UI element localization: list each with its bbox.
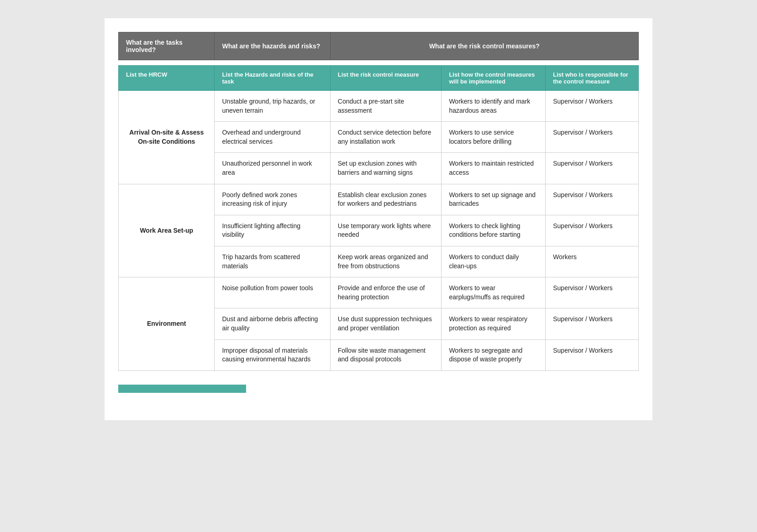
responsible-cell: Supervisor / Workers: [546, 277, 639, 308]
table-row: Arrival On-site & Assess On-site Conditi…: [119, 91, 639, 122]
implementation-cell: Workers to wear earplugs/muffs as requir…: [442, 277, 546, 308]
task-cell: Work Area Set-up: [119, 184, 215, 277]
responsible-cell: Supervisor / Workers: [546, 215, 639, 246]
table-row: EnvironmentNoise pollution from power to…: [119, 277, 639, 308]
control-cell: Conduct a pre-start site assessment: [330, 91, 442, 122]
top-header-hazards: What are the hazards and risks?: [215, 32, 330, 60]
hazard-cell: Improper disposal of materials causing e…: [215, 339, 330, 370]
hazard-cell: Noise pollution from power tools: [215, 277, 330, 308]
task-cell: Environment: [119, 277, 215, 371]
hazard-cell: Trip hazards from scattered materials: [215, 246, 330, 277]
implementation-cell: Workers to wear respiratory protection a…: [442, 308, 546, 339]
hazard-cell: Dust and airborne debris affecting air q…: [215, 308, 330, 339]
page-container: What are the tasks involved? What are th…: [105, 18, 652, 420]
sub-header-row: List the HRCW List the Hazards and risks…: [119, 66, 639, 91]
control-cell: Follow site waste management and disposa…: [330, 339, 442, 370]
sub-header-control-measure: List the risk control measure: [330, 66, 442, 91]
top-header-row: What are the tasks involved? What are th…: [119, 32, 639, 60]
sub-header-responsible: List who is responsible for the control …: [546, 66, 639, 91]
sub-header-implementation: List how the control measures will be im…: [442, 66, 546, 91]
risk-table: What are the tasks involved? What are th…: [118, 32, 639, 371]
hazard-cell: Overhead and underground electrical serv…: [215, 122, 330, 153]
control-cell: Conduct service detection before any ins…: [330, 122, 442, 153]
bottom-teal-bar: [118, 385, 246, 393]
implementation-cell: Workers to conduct daily clean-ups: [442, 246, 546, 277]
responsible-cell: Supervisor / Workers: [546, 91, 639, 122]
implementation-cell: Workers to segregate and dispose of wast…: [442, 339, 546, 370]
control-cell: Use temporary work lights where needed: [330, 215, 442, 246]
spacer-row: [119, 60, 639, 66]
control-cell: Use dust suppression techniques and prop…: [330, 308, 442, 339]
responsible-cell: Supervisor / Workers: [546, 122, 639, 153]
implementation-cell: Workers to maintain restricted access: [442, 153, 546, 184]
implementation-cell: Workers to use service locators before d…: [442, 122, 546, 153]
responsible-cell: Workers: [546, 246, 639, 277]
top-header-controls: What are the risk control measures?: [330, 32, 638, 60]
control-cell: Set up exclusion zones with barriers and…: [330, 153, 442, 184]
task-cell: Arrival On-site & Assess On-site Conditi…: [119, 91, 215, 184]
responsible-cell: Supervisor / Workers: [546, 184, 639, 215]
implementation-cell: Workers to check lighting conditions bef…: [442, 215, 546, 246]
sub-header-hrcw: List the HRCW: [119, 66, 215, 91]
hazard-cell: Insufficient lighting affecting visibili…: [215, 215, 330, 246]
top-header-tasks: What are the tasks involved?: [119, 32, 215, 60]
responsible-cell: Supervisor / Workers: [546, 339, 639, 370]
hazard-cell: Poorly defined work zones increasing ris…: [215, 184, 330, 215]
table-row: Work Area Set-upPoorly defined work zone…: [119, 184, 639, 215]
hazard-cell: Unauthorized personnel in work area: [215, 153, 330, 184]
implementation-cell: Workers to identify and mark hazardous a…: [442, 91, 546, 122]
responsible-cell: Supervisor / Workers: [546, 308, 639, 339]
control-cell: Keep work areas organized and free from …: [330, 246, 442, 277]
implementation-cell: Workers to set up signage and barricades: [442, 184, 546, 215]
control-cell: Provide and enforce the use of hearing p…: [330, 277, 442, 308]
hazard-cell: Unstable ground, trip hazards, or uneven…: [215, 91, 330, 122]
responsible-cell: Supervisor / Workers: [546, 153, 639, 184]
table-body: Arrival On-site & Assess On-site Conditi…: [119, 91, 639, 371]
control-cell: Establish clear exclusion zones for work…: [330, 184, 442, 215]
sub-header-hazards-list: List the Hazards and risks of the task: [215, 66, 330, 91]
